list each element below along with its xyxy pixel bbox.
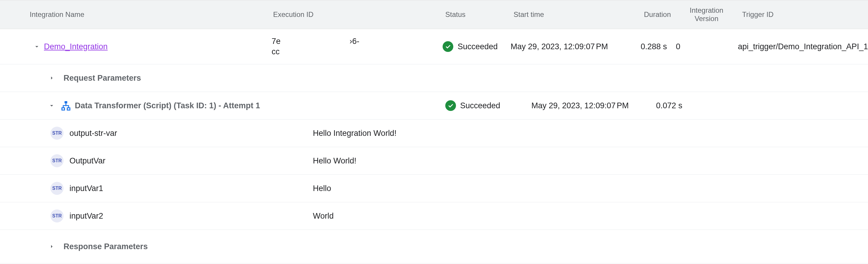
response-parameters-label: Response Parameters [64, 242, 148, 251]
chevron-right-icon[interactable] [44, 71, 59, 85]
execution-id-text: 7e ›6- cc [272, 36, 443, 57]
trigger-id-text: api_trigger/Demo_Integration_API_1 [732, 42, 868, 51]
integration-name-link[interactable]: Demo_Integration [44, 42, 108, 51]
duration-text: 0.288 s [629, 42, 673, 51]
request-parameters-row[interactable]: Request Parameters [0, 64, 868, 92]
variable-row: STRinputVar2World [0, 202, 868, 230]
variable-value: Hello World! [313, 156, 356, 166]
type-badge-icon: STR [51, 127, 64, 140]
start-time-text: May 29, 2023, 12:09:07 PM [510, 42, 629, 51]
header-start-time: Start time [514, 10, 632, 19]
type-badge-icon: STR [51, 154, 64, 167]
integration-row[interactable]: Demo_Integration 7e ›6- cc Succeeded May… [0, 29, 868, 64]
variable-name: inputVar1 [69, 184, 313, 193]
response-parameters-row[interactable]: Response Parameters [0, 230, 868, 263]
type-badge-icon: STR [51, 209, 64, 223]
header-trigger-id: Trigger ID [736, 10, 868, 19]
type-badge-icon: STR [51, 182, 64, 195]
header-duration: Duration [632, 10, 677, 19]
chevron-right-icon[interactable] [44, 239, 59, 254]
task-status-text: Succeeded [460, 101, 500, 110]
request-parameters-label: Request Parameters [64, 73, 141, 83]
header-version: Integration Version [677, 6, 736, 23]
variable-row: STRinputVar1Hello [0, 175, 868, 202]
svg-rect-2 [67, 108, 70, 110]
version-text: 0 [673, 42, 732, 51]
variable-value: Hello Integration World! [313, 129, 397, 138]
success-check-icon [443, 41, 453, 52]
task-row[interactable]: Data Transformer (Script) (Task ID: 1) -… [0, 92, 868, 120]
variable-name: output-str-var [69, 129, 313, 138]
header-status: Status [445, 10, 514, 19]
task-label: Data Transformer (Script) (Task ID: 1) -… [75, 101, 260, 110]
svg-rect-0 [65, 101, 67, 103]
status-text: Succeeded [458, 42, 498, 51]
task-start-time: May 29, 2023, 12:09:07 PM [531, 101, 650, 110]
variable-row: STROutputVarHello World! [0, 147, 868, 175]
header-execution-id: Execution ID [273, 10, 445, 19]
variable-name: inputVar2 [69, 211, 313, 221]
variable-row: STRoutput-str-varHello Integration World… [0, 120, 868, 147]
success-check-icon [445, 100, 456, 111]
workflow-icon [61, 100, 71, 111]
svg-rect-1 [62, 108, 65, 110]
variable-value: World [313, 211, 334, 221]
variable-name: OutputVar [69, 156, 313, 166]
chevron-down-icon[interactable] [44, 98, 59, 113]
chevron-down-icon[interactable] [30, 39, 44, 54]
variable-value: Hello [313, 184, 331, 193]
table-header: Integration Name Execution ID Status Sta… [0, 0, 868, 29]
header-integration-name: Integration Name [0, 10, 273, 19]
task-duration: 0.072 s [650, 101, 695, 110]
